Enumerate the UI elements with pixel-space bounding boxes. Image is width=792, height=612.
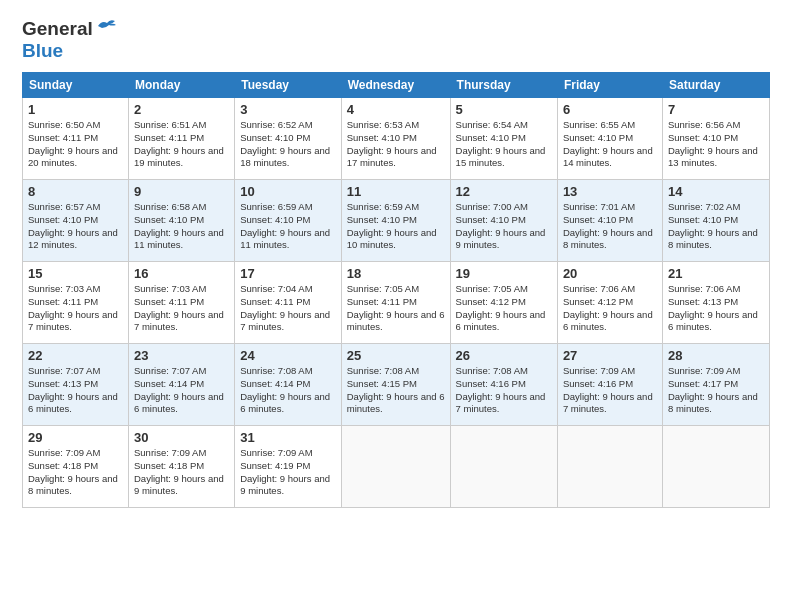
day-info: Sunrise: 7:06 AMSunset: 4:13 PMDaylight:… (668, 283, 758, 332)
calendar-cell: 19 Sunrise: 7:05 AMSunset: 4:12 PMDaylig… (450, 262, 557, 344)
calendar-cell: 20 Sunrise: 7:06 AMSunset: 4:12 PMDaylig… (557, 262, 662, 344)
calendar-cell: 23 Sunrise: 7:07 AMSunset: 4:14 PMDaylig… (128, 344, 234, 426)
day-info: Sunrise: 7:09 AMSunset: 4:18 PMDaylight:… (134, 447, 224, 496)
day-number: 23 (134, 348, 229, 363)
day-number: 10 (240, 184, 336, 199)
day-info: Sunrise: 6:56 AMSunset: 4:10 PMDaylight:… (668, 119, 758, 168)
day-number: 14 (668, 184, 764, 199)
day-info: Sunrise: 6:55 AMSunset: 4:10 PMDaylight:… (563, 119, 653, 168)
calendar-cell (557, 426, 662, 508)
col-monday: Monday (128, 73, 234, 98)
calendar-cell: 1 Sunrise: 6:50 AMSunset: 4:11 PMDayligh… (23, 98, 129, 180)
day-info: Sunrise: 6:50 AMSunset: 4:11 PMDaylight:… (28, 119, 118, 168)
day-info: Sunrise: 6:52 AMSunset: 4:10 PMDaylight:… (240, 119, 330, 168)
day-number: 6 (563, 102, 657, 117)
day-number: 19 (456, 266, 552, 281)
day-number: 25 (347, 348, 445, 363)
calendar-cell: 25 Sunrise: 7:08 AMSunset: 4:15 PMDaylig… (341, 344, 450, 426)
day-info: Sunrise: 7:09 AMSunset: 4:16 PMDaylight:… (563, 365, 653, 414)
day-number: 7 (668, 102, 764, 117)
day-info: Sunrise: 6:57 AMSunset: 4:10 PMDaylight:… (28, 201, 118, 250)
logo-block: General Blue (22, 18, 117, 62)
calendar-cell: 21 Sunrise: 7:06 AMSunset: 4:13 PMDaylig… (662, 262, 769, 344)
day-info: Sunrise: 6:51 AMSunset: 4:11 PMDaylight:… (134, 119, 224, 168)
day-number: 16 (134, 266, 229, 281)
day-number: 12 (456, 184, 552, 199)
calendar-week-2: 8 Sunrise: 6:57 AMSunset: 4:10 PMDayligh… (23, 180, 770, 262)
calendar-cell: 31 Sunrise: 7:09 AMSunset: 4:19 PMDaylig… (235, 426, 342, 508)
col-friday: Friday (557, 73, 662, 98)
calendar-cell: 7 Sunrise: 6:56 AMSunset: 4:10 PMDayligh… (662, 98, 769, 180)
calendar-week-3: 15 Sunrise: 7:03 AMSunset: 4:11 PMDaylig… (23, 262, 770, 344)
calendar-cell: 22 Sunrise: 7:07 AMSunset: 4:13 PMDaylig… (23, 344, 129, 426)
day-info: Sunrise: 6:59 AMSunset: 4:10 PMDaylight:… (347, 201, 437, 250)
day-info: Sunrise: 7:04 AMSunset: 4:11 PMDaylight:… (240, 283, 330, 332)
calendar-table: Sunday Monday Tuesday Wednesday Thursday… (22, 72, 770, 508)
col-tuesday: Tuesday (235, 73, 342, 98)
day-number: 15 (28, 266, 123, 281)
calendar-cell: 13 Sunrise: 7:01 AMSunset: 4:10 PMDaylig… (557, 180, 662, 262)
col-sunday: Sunday (23, 73, 129, 98)
header-row: Sunday Monday Tuesday Wednesday Thursday… (23, 73, 770, 98)
calendar-week-5: 29 Sunrise: 7:09 AMSunset: 4:18 PMDaylig… (23, 426, 770, 508)
day-number: 17 (240, 266, 336, 281)
day-info: Sunrise: 7:06 AMSunset: 4:12 PMDaylight:… (563, 283, 653, 332)
day-number: 31 (240, 430, 336, 445)
day-number: 24 (240, 348, 336, 363)
calendar-cell: 14 Sunrise: 7:02 AMSunset: 4:10 PMDaylig… (662, 180, 769, 262)
calendar-week-1: 1 Sunrise: 6:50 AMSunset: 4:11 PMDayligh… (23, 98, 770, 180)
day-number: 11 (347, 184, 445, 199)
header: General Blue (22, 18, 770, 62)
day-info: Sunrise: 6:58 AMSunset: 4:10 PMDaylight:… (134, 201, 224, 250)
day-number: 20 (563, 266, 657, 281)
calendar-cell (341, 426, 450, 508)
day-info: Sunrise: 7:05 AMSunset: 4:11 PMDaylight:… (347, 283, 445, 332)
day-info: Sunrise: 7:09 AMSunset: 4:17 PMDaylight:… (668, 365, 758, 414)
day-info: Sunrise: 7:03 AMSunset: 4:11 PMDaylight:… (28, 283, 118, 332)
calendar-cell: 6 Sunrise: 6:55 AMSunset: 4:10 PMDayligh… (557, 98, 662, 180)
day-info: Sunrise: 6:54 AMSunset: 4:10 PMDaylight:… (456, 119, 546, 168)
day-info: Sunrise: 7:07 AMSunset: 4:14 PMDaylight:… (134, 365, 224, 414)
calendar-cell (662, 426, 769, 508)
calendar-cell: 9 Sunrise: 6:58 AMSunset: 4:10 PMDayligh… (128, 180, 234, 262)
day-info: Sunrise: 7:07 AMSunset: 4:13 PMDaylight:… (28, 365, 118, 414)
day-number: 30 (134, 430, 229, 445)
day-number: 8 (28, 184, 123, 199)
day-info: Sunrise: 7:09 AMSunset: 4:19 PMDaylight:… (240, 447, 330, 496)
calendar-cell: 12 Sunrise: 7:00 AMSunset: 4:10 PMDaylig… (450, 180, 557, 262)
day-number: 22 (28, 348, 123, 363)
day-info: Sunrise: 7:02 AMSunset: 4:10 PMDaylight:… (668, 201, 758, 250)
calendar-cell: 18 Sunrise: 7:05 AMSunset: 4:11 PMDaylig… (341, 262, 450, 344)
bird-icon (95, 19, 117, 33)
day-number: 3 (240, 102, 336, 117)
calendar-cell: 11 Sunrise: 6:59 AMSunset: 4:10 PMDaylig… (341, 180, 450, 262)
calendar-cell: 8 Sunrise: 6:57 AMSunset: 4:10 PMDayligh… (23, 180, 129, 262)
day-number: 5 (456, 102, 552, 117)
col-thursday: Thursday (450, 73, 557, 98)
calendar-cell: 26 Sunrise: 7:08 AMSunset: 4:16 PMDaylig… (450, 344, 557, 426)
calendar-cell: 17 Sunrise: 7:04 AMSunset: 4:11 PMDaylig… (235, 262, 342, 344)
page: General Blue Sunday Monday Tuesday Wedne… (0, 0, 792, 612)
calendar-cell: 27 Sunrise: 7:09 AMSunset: 4:16 PMDaylig… (557, 344, 662, 426)
day-number: 29 (28, 430, 123, 445)
day-info: Sunrise: 7:05 AMSunset: 4:12 PMDaylight:… (456, 283, 546, 332)
logo: General Blue (22, 18, 117, 62)
calendar-cell: 28 Sunrise: 7:09 AMSunset: 4:17 PMDaylig… (662, 344, 769, 426)
day-info: Sunrise: 6:59 AMSunset: 4:10 PMDaylight:… (240, 201, 330, 250)
day-info: Sunrise: 7:08 AMSunset: 4:15 PMDaylight:… (347, 365, 445, 414)
day-info: Sunrise: 6:53 AMSunset: 4:10 PMDaylight:… (347, 119, 437, 168)
day-number: 27 (563, 348, 657, 363)
day-info: Sunrise: 7:03 AMSunset: 4:11 PMDaylight:… (134, 283, 224, 332)
calendar-cell: 5 Sunrise: 6:54 AMSunset: 4:10 PMDayligh… (450, 98, 557, 180)
day-info: Sunrise: 7:08 AMSunset: 4:16 PMDaylight:… (456, 365, 546, 414)
calendar-cell: 29 Sunrise: 7:09 AMSunset: 4:18 PMDaylig… (23, 426, 129, 508)
day-number: 21 (668, 266, 764, 281)
col-saturday: Saturday (662, 73, 769, 98)
day-number: 13 (563, 184, 657, 199)
calendar-cell: 15 Sunrise: 7:03 AMSunset: 4:11 PMDaylig… (23, 262, 129, 344)
calendar-cell: 4 Sunrise: 6:53 AMSunset: 4:10 PMDayligh… (341, 98, 450, 180)
day-info: Sunrise: 7:01 AMSunset: 4:10 PMDaylight:… (563, 201, 653, 250)
day-info: Sunrise: 7:08 AMSunset: 4:14 PMDaylight:… (240, 365, 330, 414)
day-number: 9 (134, 184, 229, 199)
day-info: Sunrise: 7:09 AMSunset: 4:18 PMDaylight:… (28, 447, 118, 496)
